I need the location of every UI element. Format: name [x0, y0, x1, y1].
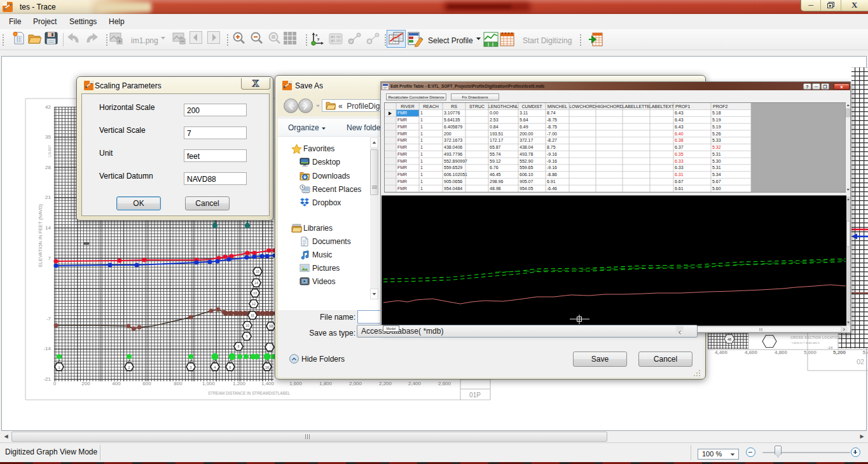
svg-text:5,000: 5,000	[804, 350, 817, 355]
svg-text:16: 16	[265, 365, 270, 369]
svg-text:954.05: 954.05	[520, 186, 534, 191]
svg-text:552.90: 552.90	[520, 159, 534, 163]
svg-text:600: 600	[142, 381, 151, 386]
svg-text:21: 21	[45, 194, 51, 200]
svg-text:372.1673: 372.1673	[444, 138, 462, 142]
svg-text:2,400: 2,400	[408, 381, 422, 386]
svg-text:493.7796: 493.7796	[444, 152, 462, 156]
svg-text:193.51: 193.51	[490, 132, 504, 136]
svg-text:PROF2: PROF2	[713, 104, 727, 109]
svg-text:FMR: FMR	[397, 186, 407, 191]
svg-text:5.60: 5.60	[712, 186, 721, 191]
svg-text:10: 10	[269, 324, 273, 328]
svg-text:4,800: 4,800	[775, 350, 788, 355]
svg-text:5.30: 5.30	[712, 159, 721, 163]
svg-text:7: 7	[48, 256, 52, 261]
svg-text:493.78: 493.78	[520, 152, 534, 156]
svg-text:5.26: 5.26	[712, 132, 721, 136]
svg-text:-9.16: -9.16	[547, 152, 557, 156]
svg-text:FMR: FMR	[397, 159, 407, 163]
svg-text:8.75: 8.75	[547, 145, 556, 149]
svg-text:1: 1	[420, 165, 423, 170]
svg-text:5.32: 5.32	[712, 145, 721, 149]
svg-text:48: 48	[727, 338, 731, 341]
svg-text:8.74: 8.74	[547, 111, 556, 115]
svg-text:200: 200	[444, 132, 451, 136]
svg-text:RIVER: RIVER	[401, 104, 414, 109]
svg-text:MINCHEL: MINCHEL	[548, 104, 568, 109]
svg-text:FMR: FMR	[397, 172, 407, 177]
svg-text:5.64: 5.64	[520, 118, 528, 122]
svg-text:6.37: 6.37	[675, 145, 684, 149]
svg-text:298.96: 298.96	[490, 179, 504, 184]
svg-text:0.00: 0.00	[490, 111, 499, 115]
svg-text:6.76: 6.76	[490, 165, 499, 170]
svg-text:5.67: 5.67	[712, 179, 721, 184]
svg-text:-9.16: -9.16	[547, 165, 557, 170]
svg-text:2.53: 2.53	[490, 118, 499, 122]
svg-text:552.890997: 552.890997	[444, 159, 467, 163]
svg-text:9: 9	[245, 334, 247, 338]
svg-text:606.10: 606.10	[520, 172, 534, 177]
svg-text:1,200: 1,200	[233, 381, 246, 386]
svg-text:-7: -7	[46, 316, 52, 322]
svg-text:LOWCHORD: LOWCHORD	[569, 104, 596, 109]
svg-text:1: 1	[420, 125, 423, 129]
svg-text:4,600: 4,600	[745, 350, 758, 355]
svg-text:FMR: FMR	[397, 132, 407, 136]
svg-text:800: 800	[174, 381, 183, 386]
svg-text:1: 1	[420, 132, 423, 136]
svg-text:55.74: 55.74	[490, 152, 501, 156]
svg-text:1: 1	[420, 138, 423, 142]
svg-text:3.10776: 3.10776	[444, 111, 460, 115]
svg-text:400: 400	[112, 381, 121, 386]
svg-text:905.0656: 905.0656	[444, 179, 462, 184]
svg-text:-8.75: -8.75	[547, 118, 557, 122]
svg-text:-21: -21	[43, 376, 51, 382]
svg-text:6.33: 6.33	[675, 159, 684, 163]
svg-text:LENGTHCHNL: LENGTHCHNL	[488, 104, 519, 109]
svg-text:48.98: 48.98	[490, 186, 501, 191]
svg-text:FMR: FMR	[397, 111, 407, 115]
svg-text:-14: -14	[827, 346, 833, 350]
svg-text:FMR: FMR	[397, 152, 407, 156]
svg-text:6.31: 6.31	[675, 172, 684, 177]
svg-text:14: 14	[254, 281, 258, 285]
svg-text:12: 12	[252, 302, 256, 306]
svg-text:6.91: 6.91	[547, 179, 556, 184]
svg-text:RS: RS	[451, 104, 457, 109]
svg-text:200.00: 200.00	[520, 132, 534, 136]
svg-text:02: 02	[857, 358, 864, 365]
svg-text:6.43: 6.43	[675, 111, 684, 115]
svg-text:1,600: 1,600	[289, 381, 303, 386]
svg-text:905.07: 905.07	[520, 179, 534, 184]
svg-text:ELEVATION IN FEET (NAVD): ELEVATION IN FEET (NAVD)	[38, 203, 43, 267]
svg-text:438.0406: 438.0406	[444, 145, 462, 149]
svg-text:1,800: 1,800	[319, 381, 333, 386]
svg-text:5.19: 5.19	[712, 125, 721, 129]
svg-text:372.17: 372.17	[520, 138, 534, 142]
svg-text:6.33: 6.33	[675, 165, 684, 170]
svg-text:5.19: 5.19	[712, 118, 721, 122]
svg-text:6.43: 6.43	[675, 125, 684, 129]
svg-text:0.84: 0.84	[490, 125, 499, 129]
svg-text:5.31: 5.31	[712, 152, 721, 156]
svg-text:REACH: REACH	[423, 104, 439, 109]
svg-text:5,4: 5,4	[862, 350, 868, 355]
svg-text:6.61: 6.61	[675, 186, 684, 191]
svg-text:35: 35	[45, 134, 51, 140]
svg-text:-7.00: -7.00	[547, 132, 557, 136]
svg-text:954.0484: 954.0484	[444, 186, 462, 191]
svg-text:8: 8	[237, 345, 239, 348]
svg-text:1: 1	[420, 152, 423, 156]
svg-text:-8.86: -8.86	[547, 172, 557, 177]
svg-text:-8.75: -8.75	[547, 125, 557, 129]
svg-text:559.65: 559.65	[520, 165, 534, 170]
svg-text:0: 0	[53, 381, 57, 386]
svg-text:1: 1	[420, 111, 423, 115]
svg-text:-8.27: -8.27	[547, 138, 557, 142]
svg-text:200: 200	[81, 381, 90, 386]
svg-text:CUMDIST: CUMDIST	[522, 104, 543, 109]
svg-text:FMR: FMR	[397, 125, 407, 129]
svg-text:CROSS SECTION LOCATION: CROSS SECTION LOCATION	[790, 336, 841, 339]
